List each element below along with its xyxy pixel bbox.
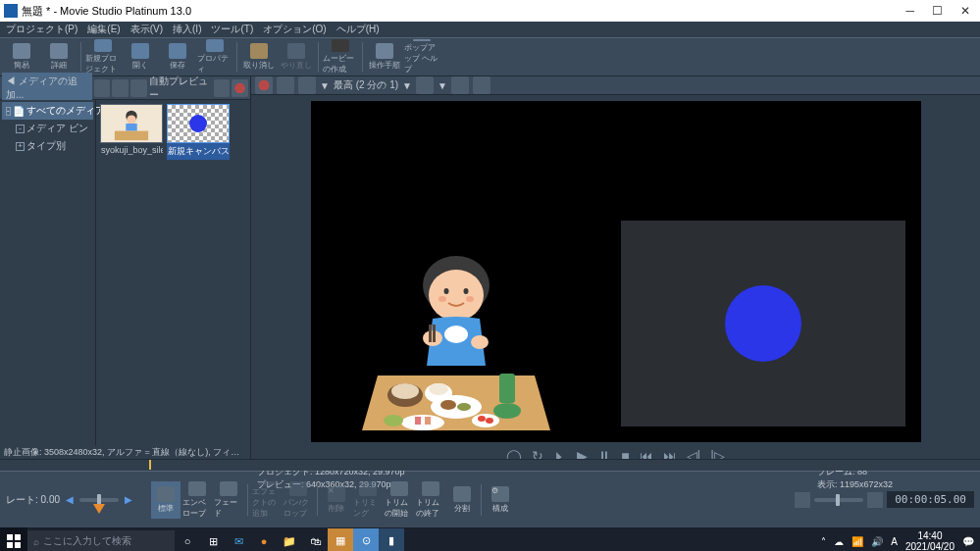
tl-tool-fade[interactable]: フェード	[214, 481, 243, 519]
svg-rect-22	[499, 374, 515, 403]
timecode-display[interactable]: 00:00:05.00	[887, 491, 974, 508]
tray-wifi-icon[interactable]: 📶	[851, 536, 863, 547]
tray-cloud-icon[interactable]: ☁	[834, 536, 844, 547]
media-delete-icon[interactable]	[94, 79, 111, 97]
close-button[interactable]: ✕	[960, 4, 970, 18]
toolbar-undo[interactable]: 取り消し	[241, 39, 277, 75]
start-button[interactable]	[0, 527, 27, 551]
svg-point-18	[429, 383, 448, 395]
auto-preview-label[interactable]: 自動プレビュー	[149, 75, 212, 102]
menu-insert[interactable]: 挿入(I)	[173, 23, 201, 36]
thumb-label: syokuji_boy_silent.png	[100, 143, 163, 157]
tl-marker-icon[interactable]	[795, 492, 810, 508]
tl-trim[interactable]: トリミング	[353, 481, 383, 519]
tray-clock[interactable]: 14:402021/04/20	[905, 530, 954, 551]
preview-panel: ▼ 最高 (2 分の 1) ▼ ▼	[251, 76, 980, 459]
rate-next-icon[interactable]: ▶	[125, 494, 132, 505]
app1-icon[interactable]: ▦	[328, 528, 353, 551]
tray-volume-icon[interactable]: 🔊	[871, 536, 883, 547]
svg-point-9	[466, 296, 474, 302]
tl-trim-end[interactable]: トリムの終了	[416, 481, 445, 519]
store-icon[interactable]: 🛍	[302, 528, 328, 551]
tree-media-bin[interactable]: -メディア ビン	[2, 120, 93, 137]
tray-ime-icon[interactable]: A	[891, 536, 898, 547]
tl-tool-normal[interactable]: 標準	[151, 481, 181, 519]
toolbar-open[interactable]: 開く	[123, 39, 158, 75]
app2-icon[interactable]: ⊙	[353, 528, 379, 551]
preview-device-icon[interactable]	[277, 76, 294, 94]
menu-tools[interactable]: ツール(T)	[211, 23, 253, 36]
zoom-slider[interactable]	[814, 498, 863, 502]
svg-point-19	[431, 395, 482, 419]
tl-delete[interactable]: ✕削除	[322, 481, 351, 519]
rate-slider[interactable]	[79, 498, 119, 502]
svg-point-28	[478, 416, 486, 422]
preview-grid-icon[interactable]	[416, 76, 434, 94]
menu-edit[interactable]: 編集(E)	[87, 23, 120, 36]
tl-split[interactable]: 分割	[447, 481, 477, 519]
media-view-icon[interactable]	[214, 79, 231, 97]
toolbar-make-movie[interactable]: ムービーの作成	[323, 39, 358, 75]
maximize-button[interactable]: ☐	[932, 4, 943, 18]
svg-point-11	[471, 335, 489, 349]
toolbar-new-project[interactable]: 新規プロジェクト	[85, 39, 121, 75]
media-thumb[interactable]: syokuji_boy_silent.png	[100, 104, 163, 157]
media-record-icon[interactable]	[232, 79, 248, 97]
rate-prev-icon[interactable]: ◀	[66, 494, 74, 505]
expand-icon[interactable]: +	[16, 142, 25, 151]
preview-copy-icon[interactable]	[451, 76, 469, 94]
tl-add-fx[interactable]: エフェクトの追加	[252, 481, 282, 519]
collapse-icon[interactable]: -	[16, 125, 25, 133]
menu-project[interactable]: プロジェクト(P)	[6, 23, 77, 36]
svg-rect-33	[7, 542, 13, 548]
preview-save-icon[interactable]	[473, 76, 490, 94]
blue-circle-shape	[725, 285, 801, 362]
timeline-ruler[interactable]	[0, 459, 980, 471]
media-fx-icon[interactable]	[130, 79, 147, 97]
svg-rect-2	[126, 124, 136, 131]
tl-tool-envelope[interactable]: エンベロープ	[182, 481, 212, 519]
canvas-overlay	[621, 221, 905, 426]
preview-record-icon[interactable]	[255, 76, 273, 94]
media-thumb[interactable]: 新規キャンバス.png	[167, 104, 230, 160]
media-panel: ◀ メディアの追加... 自動プレビュー -📄すべてのメディア -メディア ビン…	[0, 76, 251, 459]
tl-trim-start[interactable]: トリムの開始	[385, 481, 414, 519]
svg-rect-13	[429, 325, 432, 342]
tl-fit-icon[interactable]	[867, 492, 883, 508]
svg-point-20	[440, 400, 456, 410]
minimize-button[interactable]: ─	[905, 4, 914, 18]
main-toolbar: 簡易 詳細 新規プロジェクト 開く 保存 プロパティ 取り消し やり直し ムービ…	[0, 37, 980, 76]
media-tab-label[interactable]: メディアの追加...	[6, 75, 77, 100]
tray-notifications-icon[interactable]: 💬	[962, 536, 974, 547]
tl-pan-crop[interactable]: パン/クロップ	[284, 481, 313, 519]
window-title: 無題 * - Movie Studio Platinum 13.0	[22, 4, 191, 19]
toolbar-save[interactable]: 保存	[160, 39, 195, 75]
movie-studio-taskbar-icon[interactable]: ▮	[379, 528, 404, 551]
preview-quality-label[interactable]: 最高 (2 分の 1)	[334, 78, 398, 92]
cortana-icon[interactable]: ○	[175, 528, 200, 551]
toolbar-properties[interactable]: プロパティ	[197, 39, 232, 75]
menu-help[interactable]: ヘルプ(H)	[336, 23, 380, 36]
svg-rect-25	[415, 417, 421, 425]
explorer-icon[interactable]: 📁	[277, 528, 302, 551]
video-preview[interactable]	[311, 101, 921, 442]
tree-all-media[interactable]: -📄すべてのメディア	[2, 102, 93, 120]
toolbar-simple[interactable]: 簡易	[4, 39, 39, 75]
toolbar-popup-help[interactable]: ポップアップ ヘルプ	[404, 39, 439, 75]
preview-ext-icon[interactable]	[298, 76, 316, 94]
toolbar-guide[interactable]: 操作手順	[367, 39, 402, 75]
tray-chevron-icon[interactable]: ˄	[821, 536, 826, 547]
tl-compose[interactable]: ⚙構成	[486, 481, 515, 519]
firefox-icon[interactable]: ●	[251, 528, 277, 551]
tree-by-type[interactable]: +タイプ別	[2, 137, 93, 155]
toolbar-redo[interactable]: やり直し	[279, 39, 314, 75]
toolbar-detail[interactable]: 詳細	[41, 39, 77, 75]
media-props-icon[interactable]	[112, 79, 129, 97]
task-view-icon[interactable]: ⊞	[200, 528, 226, 551]
taskbar-search[interactable]: ⌕ ここに入力して検索	[27, 530, 175, 551]
mail-icon[interactable]: ✉	[226, 528, 251, 551]
collapse-icon[interactable]: -	[6, 107, 11, 116]
menu-options[interactable]: オプション(O)	[263, 23, 326, 36]
search-icon: ⌕	[33, 536, 39, 547]
menu-view[interactable]: 表示(V)	[130, 23, 163, 36]
